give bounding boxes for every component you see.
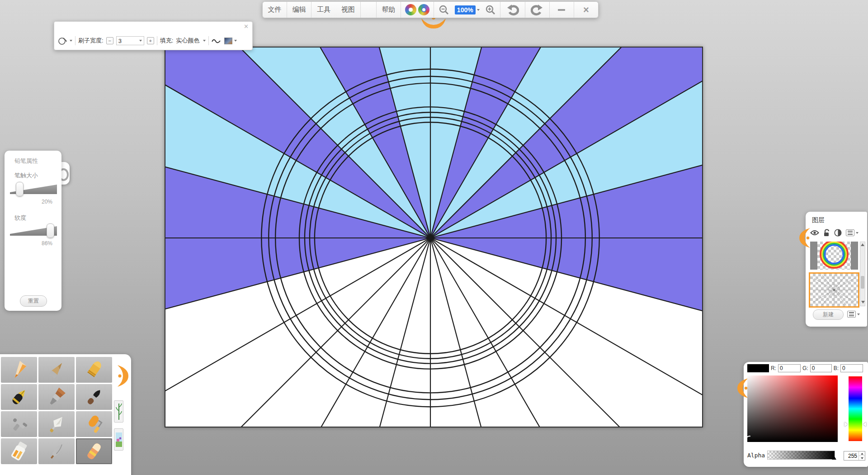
softness-value: 86% <box>42 240 52 247</box>
stroke-size-slider[interactable] <box>10 184 57 194</box>
brush-width-select[interactable]: 3 <box>116 36 144 45</box>
fill-label: 填充: <box>160 37 174 45</box>
hue-marker-right-icon[interactable] <box>863 422 866 427</box>
tool-ink-brush-button[interactable] <box>76 384 112 410</box>
menu-help[interactable]: 帮助 <box>377 2 401 18</box>
palette-drag-handle[interactable] <box>117 365 128 387</box>
flower-photo-icon <box>116 431 122 449</box>
brush-width-value: 3 <box>118 38 137 44</box>
sv-cursor-icon[interactable] <box>745 436 754 444</box>
tool-smudge-button[interactable] <box>38 438 75 464</box>
tool-airbrush-button[interactable] <box>1 411 37 437</box>
tool-fountain-pen-button[interactable] <box>1 384 37 410</box>
chevron-down-icon <box>857 314 860 315</box>
line-smoothing-icon[interactable] <box>212 38 222 44</box>
panel-title: 铅笔属性 <box>14 157 38 165</box>
blue-label: B: <box>834 365 839 371</box>
arrow-down-icon <box>861 457 863 459</box>
new-layer-button[interactable]: 新建 <box>813 309 844 320</box>
spinner-down-button[interactable] <box>859 456 865 460</box>
arrow-up-icon <box>861 453 863 455</box>
menu-view[interactable]: 视图 <box>336 2 360 18</box>
layers-drag-handle[interactable] <box>799 228 811 248</box>
tool-eraser-button[interactable] <box>76 438 112 464</box>
eraser-icon <box>84 441 104 462</box>
bamboo-icon <box>116 403 122 421</box>
flat-brush-icon <box>46 387 67 408</box>
zoom-out-button[interactable] <box>434 2 454 18</box>
blue-input[interactable]: 0 <box>840 364 863 372</box>
bamboo-stamp-button[interactable] <box>114 400 123 423</box>
tool-paint-jar-button[interactable] <box>1 438 37 464</box>
rainbow-circle-thumbnail <box>817 242 851 270</box>
palette-knife-icon <box>46 414 67 435</box>
tool-palette-knife-button[interactable] <box>38 411 75 437</box>
lock-open-icon[interactable] <box>823 229 830 237</box>
workspace-toggle-button[interactable] <box>401 2 434 18</box>
menu-lines-icon <box>847 311 856 318</box>
menu-edit[interactable]: 编辑 <box>287 2 311 18</box>
tool-crayon-button[interactable] <box>76 357 112 383</box>
chevron-down-icon <box>203 40 206 42</box>
chevron-down-icon <box>234 40 237 42</box>
drawing-canvas[interactable] <box>165 47 703 428</box>
tool-pastel-button[interactable] <box>38 357 75 383</box>
toolbar-close-button[interactable]: ✕ <box>244 24 249 29</box>
spinner-up-button[interactable] <box>859 451 865 456</box>
width-decrease-button[interactable]: − <box>106 37 113 44</box>
tool-pencil-button[interactable] <box>1 357 37 383</box>
saturation-value-field[interactable] <box>747 375 838 442</box>
slider-thumb[interactable] <box>16 182 24 196</box>
layers-list-menu-button[interactable] <box>847 311 860 318</box>
blend-contrast-icon[interactable] <box>834 229 842 237</box>
color-swatch-icon <box>224 38 232 44</box>
alpha-value-box[interactable]: 255 <box>844 451 865 461</box>
scroll-down-icon[interactable] <box>861 301 865 304</box>
magnifier-minus-icon <box>439 5 449 15</box>
brush-width-label: 刷子宽度: <box>78 37 104 45</box>
softness-slider[interactable] <box>10 226 57 236</box>
softness-label: 软度 <box>14 214 26 222</box>
undo-button[interactable] <box>500 2 524 18</box>
alpha-slider[interactable] <box>767 451 835 460</box>
paint-jar-icon <box>9 441 29 462</box>
alpha-spinner[interactable] <box>859 451 865 460</box>
close-button[interactable]: × <box>574 2 598 18</box>
stroke-color-select[interactable] <box>224 38 237 44</box>
layers-panel: 图层 <box>806 212 867 327</box>
hue-slider[interactable] <box>849 376 862 441</box>
visibility-eye-icon[interactable] <box>810 230 819 236</box>
menu-tools[interactable]: 工具 <box>311 2 335 18</box>
reset-button[interactable]: 重置 <box>20 295 47 307</box>
zoom-in-button[interactable] <box>481 2 500 18</box>
color-picker-panel: R: 0 G: 0 B: 0 Alpha 255 <box>744 362 868 467</box>
layer-options-menu-button[interactable] <box>846 229 859 236</box>
slider-thumb[interactable] <box>47 223 54 238</box>
picture-stamp-button[interactable] <box>114 428 123 451</box>
fill-mode-select[interactable]: 实心颜色 <box>176 37 206 45</box>
layer-item-radial-sketch[interactable] <box>809 272 859 308</box>
scrollbar-thumb[interactable] <box>861 276 864 289</box>
menu-file[interactable]: 文件 <box>263 2 287 18</box>
scroll-up-icon[interactable] <box>861 243 864 246</box>
pencil-properties-panel: 铅笔属性 笔触大小 20% 软度 86% 重置 <box>5 151 61 311</box>
minimize-button[interactable] <box>550 2 574 18</box>
chevron-down-icon <box>856 232 859 234</box>
menu-bar: 文件 编辑 工具 视图 帮助 100% <box>262 1 599 18</box>
zoom-level-select[interactable]: 100% <box>454 2 481 18</box>
alpha-marker-icon[interactable] <box>832 456 836 460</box>
layers-scrollbar[interactable] <box>860 242 865 306</box>
red-input[interactable]: 0 <box>778 364 801 372</box>
redo-button[interactable] <box>525 2 549 18</box>
hue-marker-left-icon[interactable] <box>844 422 848 427</box>
current-color-swatch <box>747 364 769 372</box>
chevron-down-icon <box>139 40 142 42</box>
layer-item-rainbow-circle[interactable] <box>810 242 858 270</box>
green-input[interactable]: 0 <box>810 364 832 372</box>
width-increase-button[interactable]: + <box>147 37 154 44</box>
fill-mode-value: 实心颜色 <box>176 37 199 45</box>
shape-tool-icon[interactable] <box>58 36 67 45</box>
chevron-down-icon[interactable] <box>70 40 72 42</box>
tool-flat-brush-button[interactable] <box>38 384 75 410</box>
tool-paint-roller-button[interactable] <box>76 411 112 437</box>
